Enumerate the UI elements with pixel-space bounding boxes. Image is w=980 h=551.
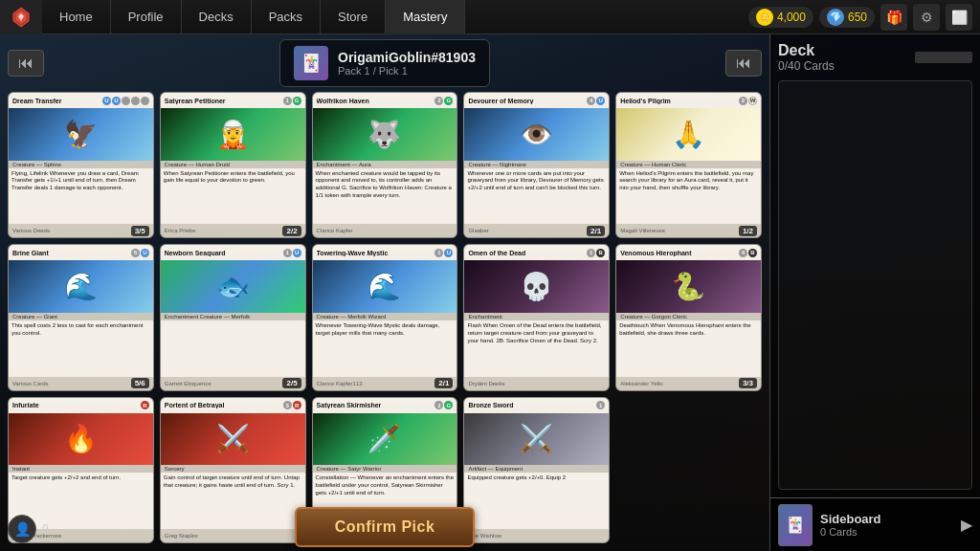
card-top-bar: Dream TransferUU <box>9 93 153 108</box>
card-image: 🌊 <box>9 260 153 313</box>
nav-right-area: 🪙 4,000 💎 650 🎁 ⚙ ⬜ <box>748 4 980 31</box>
main-content: ⏮ 🃏 OrigamiGoblin#81903 Pack 1 / Pick 1 … <box>0 34 980 551</box>
sideboard-panel[interactable]: 🃏 Sideboard 0 Cards ▶ <box>770 497 980 551</box>
gold-amount: 4,000 <box>777 11 806 24</box>
right-panel: Deck 0/40 Cards 🃏 Sideboard 0 Cards ▶ <box>769 34 980 551</box>
card-cost: 2G <box>434 97 453 105</box>
deck-count: 0/40 Cards <box>778 59 835 73</box>
card-name: Bronze Sword <box>468 402 596 408</box>
nav-item-packs[interactable]: Packs <box>252 0 321 34</box>
card-text: Deathtouch When Venomous Hierophant ente… <box>616 320 761 377</box>
card-top-bar: Bronze Sword1 <box>464 398 609 413</box>
card-5[interactable]: Brine Giant5U🌊Creature — GiantThis spell… <box>8 244 154 390</box>
card-bottom-bar: Clarice Kapfer1132/1 <box>313 377 457 390</box>
gold-display: 🪙 4,000 <box>748 7 813 28</box>
confirm-pick-button[interactable]: Confirm Pick <box>295 507 476 547</box>
logo[interactable] <box>0 0 42 34</box>
pack-prev-button[interactable]: ⏮ <box>8 50 44 77</box>
card-cost: 3R <box>283 401 301 409</box>
card-type: Enchantment <box>464 313 609 320</box>
card-top-bar: Brine Giant5U <box>9 245 153 260</box>
chest-button[interactable]: 🎁 <box>880 4 907 31</box>
card-cost: 1B <box>587 249 605 257</box>
card-name: Wolfrikon Haven <box>317 98 435 104</box>
card-image: 🧝 <box>161 108 305 161</box>
card-3[interactable]: Devourer of Memory4U👁️Creature — Nightma… <box>463 92 610 238</box>
logo-icon <box>10 6 33 29</box>
pack-icon-symbol: 🃏 <box>301 53 322 74</box>
mana-pip: 1 <box>587 249 595 257</box>
mana-pip: R <box>141 401 149 409</box>
card-cost: 4U <box>587 97 605 105</box>
settings-button[interactable]: ⚙ <box>913 4 940 31</box>
window-button[interactable]: ⬜ <box>946 4 972 31</box>
pack-header: ⏮ 🃏 OrigamiGoblin#81903 Pack 1 / Pick 1 … <box>8 42 762 84</box>
card-bottom-bar: Clarice Kapfer <box>313 224 457 237</box>
mana-pip: 2 <box>739 97 747 105</box>
card-power-toughness: 2/1 <box>434 378 453 388</box>
card-text: Whenever one or more cards are put into … <box>464 168 609 225</box>
gem-icon: 💎 <box>827 9 844 26</box>
card-bottom-bar: Glaaber2/1 <box>464 224 609 237</box>
card-0[interactable]: Dream TransferUU🦅Creature — SphinxFlying… <box>8 92 154 238</box>
card-top-bar: Satyrean Skirmisher2G <box>313 398 457 413</box>
card-cost: UU <box>102 97 149 105</box>
card-7[interactable]: Towering-Wave Mystic1U🌊Creature — Merfol… <box>312 244 458 390</box>
gem-amount: 650 <box>848 11 867 24</box>
card-type: Creature — Human Cleric <box>616 161 761 168</box>
card-name: Devourer of Memory <box>468 98 587 104</box>
mana-pip: U <box>102 97 111 105</box>
card-image: 🐍 <box>616 260 761 313</box>
pack-next-button[interactable]: ⏮ <box>725 50 762 77</box>
mana-pip: 1 <box>596 401 605 409</box>
mana-pip: 1 <box>283 97 292 105</box>
card-type: Creature — Gorgon Cleric <box>616 313 761 320</box>
card-4[interactable]: Heliod's Pilgrim2W🙏Creature — Human Cler… <box>615 92 762 238</box>
card-cost: 1G <box>283 97 301 105</box>
card-name: Portent of Betrayal <box>165 402 283 408</box>
mana-pip: U <box>112 97 121 105</box>
nav-item-decks[interactable]: Decks <box>182 0 252 34</box>
pack-text: OrigamiGoblin#81903 Pack 1 / Pick 1 <box>338 50 476 77</box>
card-text <box>161 320 305 377</box>
card-8[interactable]: Omen of the Dead1B💀EnchantmentFlash When… <box>463 244 610 390</box>
card-area: ⏮ 🃏 OrigamiGoblin#81903 Pack 1 / Pick 1 … <box>0 34 769 551</box>
nav-item-home[interactable]: Home <box>42 0 111 34</box>
card-text: When enchanted creature would be tapped … <box>313 168 457 225</box>
nav-item-profile[interactable]: Profile <box>111 0 182 34</box>
card-power-toughness: 5/6 <box>131 378 149 388</box>
card-name: Omen of the Dead <box>468 250 587 256</box>
card-text: When Satyrean Petitioner enters the batt… <box>161 168 305 225</box>
card-2[interactable]: Wolfrikon Haven2G🐺Enchantment — AuraWhen… <box>312 92 458 238</box>
mana-pip: G <box>444 97 453 105</box>
card-cost: 4B <box>739 249 757 257</box>
top-navigation: HomeProfileDecksPacksStoreMastery 🪙 4,00… <box>0 0 980 34</box>
card-top-bar: Venomous Hierophant4B <box>616 245 761 260</box>
card-top-bar: InfuriateR <box>9 398 153 413</box>
mana-pip <box>131 97 140 105</box>
sideboard-expand-button[interactable]: ▶ <box>961 516 972 534</box>
card-type: Creature — Giant <box>9 313 153 320</box>
card-type: Enchantment Creature — Merfolk <box>161 313 305 320</box>
card-9[interactable]: Venomous Hierophant4B🐍Creature — Gorgon … <box>615 244 762 390</box>
card-cost: 1U <box>434 249 453 257</box>
card-bottom-bar: Various Cards5/6 <box>9 377 153 390</box>
card-6[interactable]: Newborn Seaguard1U🐟Enchantment Creature … <box>160 244 306 390</box>
card-power-toughness: 1/2 <box>739 226 757 236</box>
mana-pip <box>122 97 130 105</box>
card-image: 🐟 <box>161 260 305 313</box>
nav-item-mastery[interactable]: Mastery <box>386 0 465 34</box>
card-top-bar: Satyrean Petitioner1G <box>161 93 305 108</box>
nav-item-store[interactable]: Store <box>321 0 386 34</box>
gold-icon: 🪙 <box>756 9 773 26</box>
mana-pip: 1 <box>434 249 443 257</box>
card-power-toughness: 2/5 <box>282 378 301 388</box>
mana-pip: 2 <box>434 97 443 105</box>
card-bottom-bar: Erica Priebe2/2 <box>161 224 305 237</box>
card-power-toughness: 3/5 <box>131 226 149 236</box>
card-cost: R <box>141 401 149 409</box>
card-name: Satyrean Petitioner <box>165 98 283 104</box>
card-name: Dream Transfer <box>12 98 102 104</box>
card-top-bar: Newborn Seaguard1U <box>161 245 305 260</box>
card-1[interactable]: Satyrean Petitioner1G🧝Creature — Human D… <box>160 92 306 238</box>
